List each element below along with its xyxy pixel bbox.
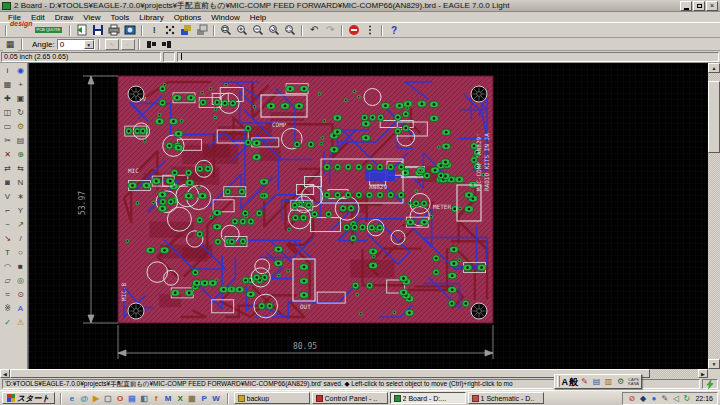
polygon-tool[interactable]: ▱ xyxy=(1,274,14,287)
menu-library[interactable]: Library xyxy=(134,13,168,22)
group-tool[interactable]: ▭ xyxy=(1,120,14,133)
open-board-icon[interactable] xyxy=(75,24,90,37)
ime-props-icon[interactable]: ⚙ xyxy=(615,376,626,387)
volume-tray-icon[interactable]: ◁ xyxy=(671,394,680,403)
vertical-scrollbar[interactable]: ▲ ▼ xyxy=(708,63,720,369)
my-computer-icon[interactable]: ◧ xyxy=(139,393,150,404)
info-tool[interactable]: i xyxy=(1,64,14,77)
opera-icon[interactable]: O xyxy=(115,393,126,404)
ime-kind-button[interactable]: 般 xyxy=(569,376,578,388)
ratsnest-tool[interactable]: ※ xyxy=(1,302,14,315)
menu-tools[interactable]: Tools xyxy=(106,13,135,22)
ripup-tool[interactable]: ↘ xyxy=(1,232,14,245)
close-button[interactable]: × xyxy=(706,1,718,11)
scroll-up-icon[interactable]: ▲ xyxy=(708,63,720,73)
board-canvas[interactable]: +VMICCOMPOUTMETERAN829MIC-BMIC-COMP 'AN8… xyxy=(28,63,708,369)
excel-icon[interactable]: X xyxy=(175,393,186,404)
command-input[interactable] xyxy=(177,52,719,62)
zoom-redraw-icon[interactable] xyxy=(267,24,282,37)
move-tool[interactable]: ✚ xyxy=(1,92,14,105)
wire-bend-button-2[interactable]: ⌐ xyxy=(121,39,135,50)
route-tool[interactable]: ↗ xyxy=(14,218,27,231)
taskbar-button-control[interactable]: Control Panel - .. xyxy=(312,392,388,404)
mirror-tool[interactable]: ◫ xyxy=(1,106,14,119)
undo-icon[interactable]: ↶ xyxy=(307,24,322,37)
layer-settings-icon[interactable] xyxy=(179,24,194,37)
arc-tool[interactable]: ◠ xyxy=(1,260,14,273)
zoom-select-icon[interactable] xyxy=(283,24,298,37)
wire-bend-button-1[interactable]: ∿ xyxy=(105,39,119,50)
smash-tool[interactable]: ∗ xyxy=(14,190,27,203)
via-tool[interactable]: ◎ xyxy=(14,274,27,287)
pen-tray-icon[interactable]: ✎ xyxy=(660,394,669,403)
ime-pen-icon[interactable]: ✎ xyxy=(579,376,590,387)
menu-options[interactable]: Options xyxy=(169,13,207,22)
cam-processor-icon[interactable] xyxy=(123,24,138,37)
taskbar-button-backup[interactable]: backup xyxy=(234,392,310,404)
messenger-icon[interactable]: M xyxy=(163,393,174,404)
text-tool[interactable]: T xyxy=(1,246,14,259)
photo-icon[interactable]: ▦ xyxy=(187,393,198,404)
chevron-down-icon[interactable]: ▼ xyxy=(84,40,94,49)
display-layers-icon[interactable] xyxy=(195,24,210,37)
ime-toolbar[interactable]: A般✎▤▥⚙CAPSKANA xyxy=(554,374,642,389)
miter-tool[interactable]: ⌐ xyxy=(1,204,14,217)
pcb-board-drawing[interactable]: +VMICCOMPOUTMETERAN829MIC-BMIC-COMP 'AN8… xyxy=(29,63,708,369)
pad-shape-icon-1[interactable] xyxy=(145,39,158,50)
display-tool[interactable]: ▦ xyxy=(1,78,14,91)
help-icon[interactable]: ? xyxy=(387,24,402,37)
save-icon[interactable] xyxy=(91,24,106,37)
ime-pad-icon[interactable]: ▤ xyxy=(591,376,602,387)
pcb-quote-button[interactable]: PCB QUOTE xyxy=(35,27,63,33)
firefox-icon[interactable]: f xyxy=(151,393,162,404)
stop-icon[interactable] xyxy=(347,24,362,37)
delete-tool[interactable]: ✕ xyxy=(1,148,14,161)
outlook-icon[interactable]: @ xyxy=(79,393,90,404)
optimize-tool[interactable]: ~ xyxy=(1,218,14,231)
signal-tool[interactable]: ≈ xyxy=(1,288,14,301)
change-tool[interactable]: ⚙ xyxy=(14,120,27,133)
menu-help[interactable]: Help xyxy=(245,13,271,22)
more-icon[interactable] xyxy=(363,24,378,37)
rotate-tool[interactable]: ↻ xyxy=(14,106,27,119)
scroll-left-icon[interactable]: ◀ xyxy=(0,369,10,378)
sync-tray-icon[interactable]: ↻ xyxy=(682,394,691,403)
shield-tray-icon[interactable]: ◆ xyxy=(638,394,647,403)
ime-grip[interactable] xyxy=(557,376,560,387)
replace-tool[interactable]: ⇆ xyxy=(14,162,27,175)
value-tool[interactable]: V xyxy=(1,190,14,203)
ratsnest-icon[interactable] xyxy=(163,24,178,37)
drc-tool[interactable]: ✓ xyxy=(1,316,14,329)
paste-tool[interactable]: ▤ xyxy=(14,134,27,147)
cut-tool[interactable]: ✂ xyxy=(1,134,14,147)
taskbar-button-2[interactable]: 2 Board - D:... xyxy=(390,392,466,404)
no-entry-tray-icon[interactable]: ⊘ xyxy=(627,394,636,403)
menu-window[interactable]: Window xyxy=(206,13,244,22)
taskbar-button-1[interactable]: 1 Schematic - D.. xyxy=(468,392,544,404)
minimize-button[interactable] xyxy=(680,1,692,11)
script-icon[interactable]: ! xyxy=(147,24,162,37)
add-tool[interactable]: ⊕ xyxy=(14,148,27,161)
pinswap-tool[interactable]: ⇄ xyxy=(1,162,14,175)
publisher-icon[interactable]: P xyxy=(199,393,210,404)
pad-shape-icon-2[interactable] xyxy=(160,39,173,50)
hole-tool[interactable]: ⊙ xyxy=(14,288,27,301)
print-icon[interactable] xyxy=(107,24,122,37)
zoom-fit-icon[interactable] xyxy=(219,24,234,37)
scroll-down-icon[interactable]: ▼ xyxy=(708,359,720,369)
media-player-icon[interactable]: ▶ xyxy=(91,393,102,404)
start-button[interactable]: スタート xyxy=(2,392,55,404)
messenger-tray-icon[interactable]: ● xyxy=(649,394,658,403)
menu-view[interactable]: View xyxy=(78,13,105,22)
mark-tool[interactable]: + xyxy=(14,78,27,91)
vertical-scroll-thumb[interactable] xyxy=(708,81,720,153)
name-tool[interactable]: N xyxy=(14,176,27,189)
zoom-out-icon[interactable] xyxy=(251,24,266,37)
zoom-in-icon[interactable] xyxy=(235,24,250,37)
split-tool[interactable]: Y xyxy=(14,204,27,217)
copy-tool[interactable]: ▣ xyxy=(14,92,27,105)
redo-icon[interactable]: ↷ xyxy=(323,24,338,37)
show-desktop-icon[interactable]: ▢ xyxy=(103,393,114,404)
auto-tool[interactable]: A xyxy=(14,302,27,315)
scroll-right-icon[interactable]: ▶ xyxy=(698,369,708,378)
